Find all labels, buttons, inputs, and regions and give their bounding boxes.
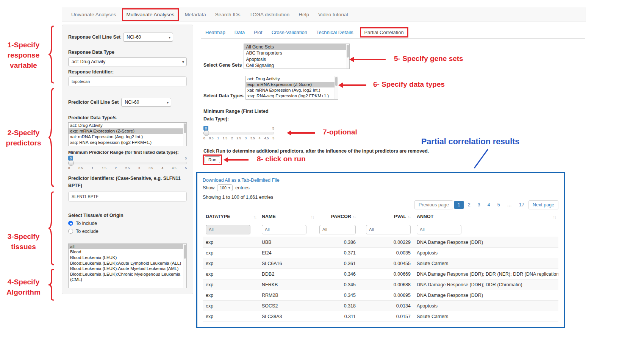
filter-parcor-input[interactable] bbox=[319, 225, 356, 234]
sort-icon[interactable]: ↑↓ bbox=[353, 214, 356, 219]
nav-item-video-tutorial[interactable]: Video tutorial bbox=[314, 8, 353, 21]
table-row[interactable]: exp RRM2B 0.345 0.00695 DNA Damage Respo… bbox=[203, 290, 558, 301]
tab-plot[interactable]: Plot bbox=[249, 27, 267, 37]
listbox-option[interactable]: ABC Transporters bbox=[244, 50, 349, 56]
previous-page-button[interactable]: Previous page bbox=[414, 200, 453, 209]
scrollbar-thumb[interactable] bbox=[347, 45, 349, 58]
slider-handle[interactable] bbox=[203, 130, 209, 136]
slider-ticks: 0 0.5 1 1.5 2 2.5 3 3.5 4 4.5 5 bbox=[68, 166, 187, 170]
header-datatype[interactable]: DATATYPE↑↓ bbox=[203, 211, 259, 222]
listbox-option-selected[interactable]: all bbox=[69, 244, 186, 250]
listbox-option[interactable]: Apoptosis bbox=[244, 56, 349, 62]
to-include-radio[interactable] bbox=[68, 221, 73, 226]
table-row[interactable]: exp SLC38A3 0.311 0.0157 Solute Carriers bbox=[203, 311, 558, 322]
response-data-type-select[interactable]: act: Drug Activity ▾ bbox=[68, 57, 187, 66]
nav-item-metadata[interactable]: Metadata bbox=[180, 8, 210, 21]
sort-icon[interactable]: ↑↓ bbox=[253, 215, 257, 219]
min-predictor-range-slider[interactable]: 0 5 0 0.5 1 1.5 2 2.5 3 3.5 4 4.5 5 bbox=[68, 156, 187, 170]
listbox-option[interactable]: xsq: RNA-seq Expression (log2 FPKM+1.) bbox=[69, 140, 186, 145]
listbox-option[interactable]: Cell Signaling bbox=[244, 62, 349, 69]
filter-datatype-input[interactable] bbox=[206, 225, 250, 234]
tissues-label: Select Tissue/s of Origin bbox=[68, 213, 187, 218]
slider-track[interactable] bbox=[68, 162, 187, 164]
cell-datatype: exp bbox=[203, 237, 259, 248]
scrollbar[interactable] bbox=[335, 76, 338, 99]
gene-sets-listbox[interactable]: All Gene Sets ABC Transporters Apoptosis… bbox=[244, 44, 350, 69]
predictor-identifiers-input[interactable] bbox=[68, 192, 187, 201]
tab-partial-correlation[interactable]: Partial Correlation bbox=[360, 27, 408, 37]
page-button-3[interactable]: 3 bbox=[475, 201, 483, 209]
table-row[interactable]: exp NFRKB 0.345 0.00688 DNA Damage Respo… bbox=[203, 279, 558, 290]
scrollbar-thumb[interactable] bbox=[184, 245, 186, 259]
predictor-cell-line-set-select[interactable]: NCI-60 ▾ bbox=[121, 98, 171, 107]
listbox-option[interactable]: Blood bbox=[69, 249, 186, 255]
tab-cross-validation[interactable]: Cross-Validation bbox=[267, 27, 312, 37]
listbox-option[interactable]: Blood:Leukemia (LEUK) bbox=[69, 255, 186, 261]
table-row[interactable]: exp EI24 0.371 0.0035 Apoptosis bbox=[203, 248, 558, 258]
scrollbar[interactable] bbox=[183, 244, 186, 288]
page-button-1[interactable]: 1 bbox=[454, 201, 464, 209]
nav-item-tcga-distribution[interactable]: TCGA distribution bbox=[245, 8, 294, 21]
listbox-option-selected[interactable]: exp: mRNA Expression (Z-Score) bbox=[69, 128, 186, 134]
table-row[interactable]: exp DDB2 0.346 0.00669 DNA Damage Respon… bbox=[203, 269, 558, 279]
slider-handle[interactable] bbox=[68, 160, 74, 166]
scrollbar[interactable] bbox=[183, 123, 186, 146]
filter-annot-input[interactable] bbox=[417, 225, 461, 234]
listbox-option[interactable]: xai: mRNA Expression (Avg. log2 Int.) bbox=[69, 134, 186, 140]
tick-label: 2.5 bbox=[237, 136, 241, 140]
table-row[interactable]: exp SLC6A16 0.361 0.00455 Solute Carrier… bbox=[203, 258, 558, 269]
response-identifier-input[interactable] bbox=[68, 76, 187, 86]
sort-icon[interactable]: ↑↓ bbox=[553, 215, 556, 219]
table-row[interactable]: exp UBB 0.386 0.00229 DNA Damage Respons… bbox=[203, 237, 558, 248]
tick-label: 4.5 bbox=[172, 166, 177, 170]
nav-item-univariate-analyses[interactable]: Univariate Analyses bbox=[67, 8, 121, 21]
header-name[interactable]: NAME↑↓ bbox=[259, 211, 316, 222]
to-exclude-radio[interactable] bbox=[68, 229, 73, 234]
cell-pval: 0.00229 bbox=[359, 237, 414, 248]
min-range-slider[interactable]: 0 5 0 0.5 1 1.5 2 2.5 3 3.5 4 4.5 5 bbox=[203, 126, 274, 140]
scrollbar-thumb[interactable] bbox=[335, 77, 338, 86]
filter-pval-input[interactable] bbox=[366, 225, 411, 234]
listbox-option[interactable]: act: Drug Activity bbox=[246, 76, 338, 82]
page-button-2[interactable]: 2 bbox=[465, 201, 474, 209]
scrollbar-thumb[interactable] bbox=[184, 123, 186, 133]
header-pval[interactable]: PVAL ↑↓ bbox=[359, 211, 414, 222]
data-types-listbox[interactable]: act: Drug Activity exp: mRNA Expression … bbox=[245, 76, 338, 100]
sort-icon[interactable]: ↑↓ bbox=[311, 215, 314, 219]
table-row[interactable]: exp SOCS2 0.318 0.0134 Apoptosis bbox=[203, 301, 558, 311]
predictor-data-types-listbox[interactable]: act: Drug Activity exp: mRNA Expression … bbox=[68, 122, 187, 146]
sort-icon[interactable]: ↑↓ bbox=[408, 214, 411, 219]
run-button[interactable]: Run bbox=[205, 156, 220, 163]
tick-label: 4 bbox=[162, 166, 164, 170]
tab-data[interactable]: Data bbox=[230, 27, 249, 37]
cell-datatype: exp bbox=[203, 248, 259, 258]
header-parcor[interactable]: PARCOR ↑↓ bbox=[316, 211, 359, 222]
listbox-option-selected[interactable]: All Gene Sets bbox=[244, 44, 349, 50]
tab-heatmap[interactable]: Heatmap bbox=[201, 27, 230, 37]
response-cell-line-set-select[interactable]: NCI-60 ▾ bbox=[123, 33, 173, 42]
next-page-button[interactable]: Next page bbox=[528, 200, 558, 209]
entries-per-page-select[interactable]: 100 ▾ bbox=[217, 184, 233, 191]
header-annot[interactable]: ANNOT↑↓ bbox=[414, 211, 558, 222]
listbox-option[interactable]: xsq: RNA-seq Expression (log2 FPKM+1.) bbox=[246, 93, 338, 99]
filter-name-input[interactable] bbox=[262, 225, 306, 234]
listbox-option[interactable]: Blood:Leukemia (LEUK):Acute Myeloid Leuk… bbox=[69, 266, 186, 272]
nav-item-multivariate-analyses[interactable]: Multivariate Analyses bbox=[122, 8, 179, 21]
nav-item-search-ids[interactable]: Search IDs bbox=[211, 8, 245, 21]
listbox-option[interactable]: Blood:Leukemia (LEUK):Chronic Myelogenou… bbox=[69, 272, 186, 282]
page-button-4[interactable]: 4 bbox=[485, 201, 493, 209]
to-exclude-radio-row: To exclude bbox=[68, 229, 187, 234]
page-button-5[interactable]: 5 bbox=[494, 201, 503, 209]
listbox-option[interactable]: xai: mRNA Expression (Avg. log2 Int.) bbox=[246, 87, 338, 93]
scrollbar[interactable] bbox=[346, 44, 349, 69]
tissues-listbox[interactable]: all Blood Blood:Leukemia (LEUK) Blood:Le… bbox=[68, 243, 187, 288]
listbox-option[interactable]: act: Drug Activity bbox=[69, 123, 186, 128]
listbox-option-selected[interactable]: exp: mRNA Expression (Z-Score) bbox=[246, 82, 338, 87]
tab-technical-details[interactable]: Technical Details bbox=[312, 27, 358, 37]
download-all-link[interactable]: Download All as a Tab-Delimited File bbox=[203, 178, 280, 183]
tick-label: 0.5 bbox=[209, 136, 214, 140]
nav-item-help[interactable]: Help bbox=[294, 8, 314, 21]
slider-track[interactable] bbox=[203, 132, 274, 134]
page-button-17[interactable]: 17 bbox=[516, 201, 527, 209]
listbox-option[interactable]: Blood:Leukemia (LEUK):Acute Lymphoid Leu… bbox=[69, 261, 186, 266]
